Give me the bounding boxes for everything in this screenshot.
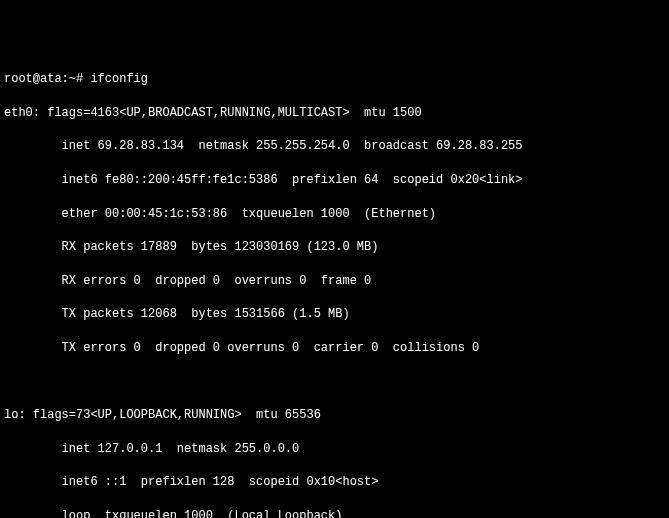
eth0-rx-errors: RX errors 0 dropped 0 overruns 0 frame 0 — [4, 273, 665, 290]
eth0-ether: ether 00:00:45:1c:53:86 txqueuelen 1000 … — [4, 206, 665, 223]
lo-inet6: inet6 ::1 prefixlen 128 scopeid 0x10<hos… — [4, 474, 665, 491]
eth0-inet: inet 69.28.83.134 netmask 255.255.254.0 … — [4, 138, 665, 155]
eth0-rx-packets: RX packets 17889 bytes 123030169 (123.0 … — [4, 239, 665, 256]
prompt-line-1: root@ata:~# ifconfig — [4, 71, 665, 88]
eth0-tx-errors: TX errors 0 dropped 0 overruns 0 carrier… — [4, 340, 665, 357]
lo-header: lo: flags=73<UP,LOOPBACK,RUNNING> mtu 65… — [4, 407, 665, 424]
lo-inet: inet 127.0.0.1 netmask 255.0.0.0 — [4, 441, 665, 458]
blank-1 — [4, 374, 665, 391]
eth0-inet6: inet6 fe80::200:45ff:fe1c:5386 prefixlen… — [4, 172, 665, 189]
eth0-tx-packets: TX packets 12068 bytes 1531566 (1.5 MB) — [4, 306, 665, 323]
lo-loop: loop txqueuelen 1000 (Local Loopback) — [4, 508, 665, 518]
eth0-header: eth0: flags=4163<UP,BROADCAST,RUNNING,MU… — [4, 105, 665, 122]
